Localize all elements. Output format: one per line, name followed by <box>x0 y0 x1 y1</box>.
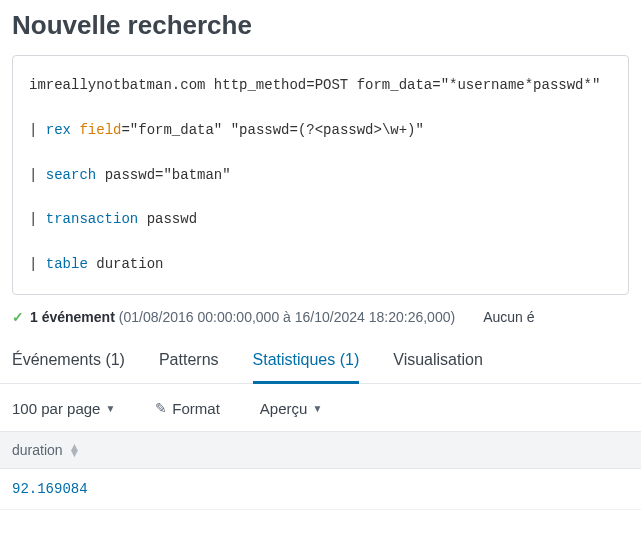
chevron-down-icon: ▼ <box>105 403 115 414</box>
transaction-args: passwd <box>138 211 197 227</box>
sort-icon: ▲▼ <box>69 444 81 456</box>
status-right-text: Aucun é <box>483 309 534 325</box>
search-query-box[interactable]: imreallynotbatman.com http_method=POST f… <box>12 55 629 295</box>
tab-statistics[interactable]: Statistiques (1) <box>253 343 360 384</box>
rex-command: rex <box>46 122 71 138</box>
tab-events[interactable]: Événements (1) <box>12 343 125 384</box>
table-toolbar: 100 par page ▼ ✎ Format Aperçu ▼ <box>0 384 641 431</box>
pencil-icon: ✎ <box>155 400 167 416</box>
search-base-query: imreallynotbatman.com http_method=POST f… <box>29 77 600 93</box>
table-command: table <box>46 256 88 272</box>
preview-label: Aperçu <box>260 400 308 417</box>
tab-visualization[interactable]: Visualisation <box>393 343 483 384</box>
table-column-header[interactable]: duration ▲▼ <box>0 431 641 469</box>
event-count[interactable]: 1 événement <box>30 309 115 325</box>
search-command: search <box>46 167 96 183</box>
check-icon: ✓ <box>12 309 24 325</box>
search-args: passwd="batman" <box>96 167 230 183</box>
format-label: Format <box>172 400 220 417</box>
page-title: Nouvelle recherche <box>0 0 641 55</box>
tab-patterns[interactable]: Patterns <box>159 343 219 384</box>
preview-dropdown[interactable]: Aperçu ▼ <box>260 400 322 417</box>
per-page-label: 100 par page <box>12 400 100 417</box>
transaction-command: transaction <box>46 211 138 227</box>
rex-args: ="form_data" "passwd=(?<passwd>\w+)" <box>121 122 423 138</box>
status-bar: ✓ 1 événement (01/08/2016 00:00:00,000 à… <box>0 295 641 333</box>
table-args: duration <box>88 256 164 272</box>
column-header-label: duration <box>12 442 63 458</box>
tabs: Événements (1) Patterns Statistiques (1)… <box>0 333 641 384</box>
time-range[interactable]: (01/08/2016 00:00:00,000 à 16/10/2024 18… <box>119 309 455 325</box>
field-keyword: field <box>79 122 121 138</box>
chevron-down-icon: ▼ <box>312 403 322 414</box>
format-dropdown[interactable]: ✎ Format <box>155 400 220 417</box>
table-row[interactable]: 92.169084 <box>0 469 641 510</box>
per-page-dropdown[interactable]: 100 par page ▼ <box>12 400 115 417</box>
